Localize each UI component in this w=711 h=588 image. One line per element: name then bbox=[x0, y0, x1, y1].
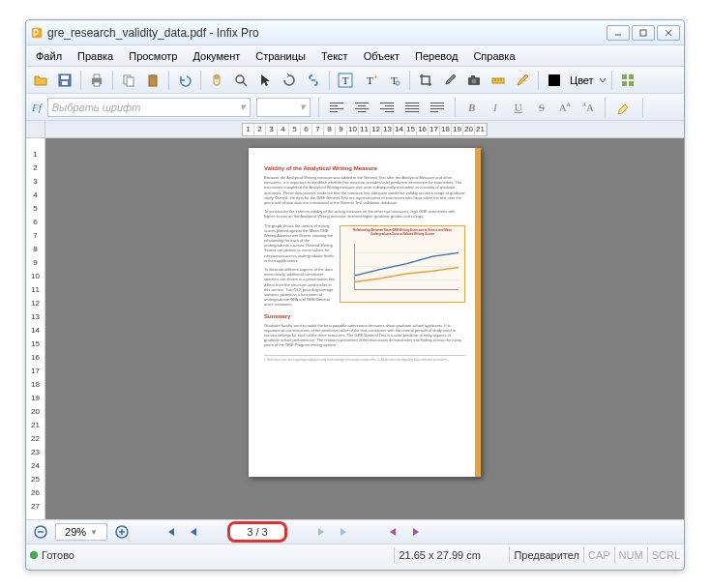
doc-chart: Relationship Between Mean GRE Writing As… bbox=[340, 225, 465, 303]
titlebar: gre_research_validity_data.pdf - Infix P… bbox=[26, 20, 684, 45]
maximize-button[interactable] bbox=[632, 25, 655, 41]
align-center-button[interactable] bbox=[352, 98, 371, 117]
minimize-button[interactable] bbox=[607, 25, 630, 41]
underline-button[interactable]: U bbox=[510, 102, 527, 113]
align-right-button[interactable] bbox=[377, 98, 397, 117]
svg-rect-30 bbox=[548, 74, 560, 86]
menu-help[interactable]: Справка bbox=[465, 48, 522, 64]
canvas[interactable]: Validity of the Analytical Writing Measu… bbox=[45, 138, 684, 519]
menubar: Файл Правка Просмотр Документ Страницы Т… bbox=[26, 45, 684, 67]
doc-heading: Validity of the Analytical Writing Measu… bbox=[264, 165, 465, 171]
text-tool-button[interactable]: T bbox=[335, 70, 356, 91]
svg-rect-25 bbox=[471, 75, 475, 77]
menu-translate[interactable]: Перевод bbox=[407, 48, 465, 64]
align-full-button[interactable] bbox=[428, 98, 447, 117]
menu-object[interactable]: Объект bbox=[356, 48, 407, 64]
app-icon bbox=[30, 26, 44, 40]
print-button[interactable] bbox=[86, 70, 107, 91]
undo-button[interactable] bbox=[174, 70, 195, 91]
status-ready: Готово bbox=[42, 549, 74, 561]
svg-rect-14 bbox=[151, 74, 155, 77]
status-cap: CAP bbox=[588, 549, 610, 561]
rotate-tool-button[interactable] bbox=[279, 70, 300, 91]
ruler-tool-button[interactable] bbox=[488, 70, 509, 91]
svg-rect-6 bbox=[61, 75, 69, 79]
svg-text:T: T bbox=[342, 74, 349, 86]
font-icon: Ff bbox=[32, 102, 42, 113]
text-plus-tool-button[interactable]: T+ bbox=[359, 70, 380, 91]
pointer-tool-button[interactable] bbox=[254, 70, 276, 91]
eyedropper-tool-button[interactable] bbox=[439, 70, 460, 91]
next-page-button[interactable] bbox=[312, 523, 330, 541]
zoom-out-button[interactable] bbox=[32, 523, 49, 541]
first-page-button[interactable] bbox=[162, 523, 179, 541]
format-toolbar: Ff Выбрать шрифт▾ ▾ B I U S AA AA bbox=[26, 94, 684, 121]
last-page-button[interactable] bbox=[336, 523, 353, 541]
text-link-tool-button[interactable]: T bbox=[383, 70, 404, 91]
bold-button[interactable]: B bbox=[463, 102, 481, 113]
app-window: gre_research_validity_data.pdf - Infix P… bbox=[25, 19, 685, 571]
grid-tool-button[interactable] bbox=[617, 70, 638, 91]
align-left-button[interactable] bbox=[327, 98, 346, 117]
doc-para: To summarize the criterion validity of t… bbox=[264, 209, 465, 219]
menu-text[interactable]: Текст bbox=[313, 48, 356, 64]
paste-button[interactable] bbox=[142, 70, 163, 91]
svg-rect-9 bbox=[94, 74, 100, 78]
page-indicator[interactable]: 3 / 3 bbox=[227, 521, 287, 543]
color-label: Цвет bbox=[570, 74, 594, 86]
subscript-button[interactable]: AA bbox=[579, 102, 597, 113]
close-button[interactable] bbox=[657, 25, 680, 41]
svg-point-15 bbox=[236, 75, 244, 83]
svg-rect-0 bbox=[32, 27, 43, 38]
link-tool-button[interactable] bbox=[303, 70, 324, 91]
save-button[interactable] bbox=[54, 70, 75, 91]
status-dimensions: 21.65 x 27.99 cm bbox=[399, 549, 505, 561]
align-justify-button[interactable] bbox=[402, 98, 422, 117]
menu-view[interactable]: Просмотр bbox=[121, 48, 185, 64]
svg-rect-31 bbox=[622, 74, 627, 79]
history-forward-button[interactable] bbox=[407, 523, 425, 541]
svg-line-16 bbox=[243, 82, 247, 86]
camera-tool-button[interactable] bbox=[463, 70, 485, 91]
workspace: 1234567891011121314151617181920212223242… bbox=[26, 138, 684, 519]
highlight-button[interactable] bbox=[613, 97, 635, 118]
status-num: NUM bbox=[619, 549, 643, 561]
zoom-level[interactable]: 29%▼ bbox=[55, 523, 107, 541]
italic-button[interactable]: I bbox=[487, 102, 504, 113]
status-scrl: SCRL bbox=[652, 549, 680, 561]
svg-rect-12 bbox=[127, 77, 133, 86]
svg-text:+: + bbox=[373, 73, 378, 81]
color-swatch[interactable] bbox=[544, 70, 565, 91]
window-title: gre_research_validity_data.pdf - Infix P… bbox=[47, 26, 607, 40]
statusbar: Готово 21.65 x 27.99 cm Предварител CAP … bbox=[26, 544, 684, 566]
copy-button[interactable] bbox=[118, 70, 139, 91]
status-indicator-icon bbox=[30, 551, 38, 559]
svg-text:T: T bbox=[367, 74, 373, 86]
main-toolbar: T T+ T Цвет bbox=[26, 67, 684, 94]
font-family-select[interactable]: Выбрать шрифт▾ bbox=[47, 98, 251, 117]
prev-page-button[interactable] bbox=[185, 523, 202, 541]
doc-heading-summary: Summary bbox=[264, 313, 465, 319]
doc-footnotes: 1. Reference note text regarding validat… bbox=[264, 355, 465, 362]
font-size-select[interactable]: ▾ bbox=[256, 98, 311, 117]
ruler-vertical: 1234567891011121314151617181920212223242… bbox=[26, 138, 45, 519]
menu-pages[interactable]: Страницы bbox=[248, 48, 313, 64]
doc-para: Because the Analytical Writing measure w… bbox=[264, 175, 465, 205]
history-back-button[interactable] bbox=[384, 523, 401, 541]
zoom-tool-button[interactable] bbox=[230, 70, 252, 91]
superscript-button[interactable]: AA bbox=[556, 102, 574, 113]
menu-edit[interactable]: Правка bbox=[70, 48, 121, 64]
svg-rect-33 bbox=[622, 81, 627, 86]
svg-rect-10 bbox=[94, 82, 100, 86]
pencil-tool-button[interactable] bbox=[512, 70, 533, 91]
strike-button[interactable]: S bbox=[533, 102, 550, 113]
status-preview: Предварител bbox=[514, 549, 579, 561]
open-button[interactable] bbox=[30, 70, 51, 91]
chevron-down-icon[interactable] bbox=[599, 76, 607, 84]
menu-document[interactable]: Документ bbox=[185, 48, 248, 64]
hand-tool-button[interactable] bbox=[206, 70, 227, 91]
svg-rect-32 bbox=[629, 74, 634, 79]
crop-tool-button[interactable] bbox=[415, 70, 436, 91]
zoom-in-button[interactable] bbox=[113, 523, 131, 541]
menu-file[interactable]: Файл bbox=[28, 48, 70, 64]
